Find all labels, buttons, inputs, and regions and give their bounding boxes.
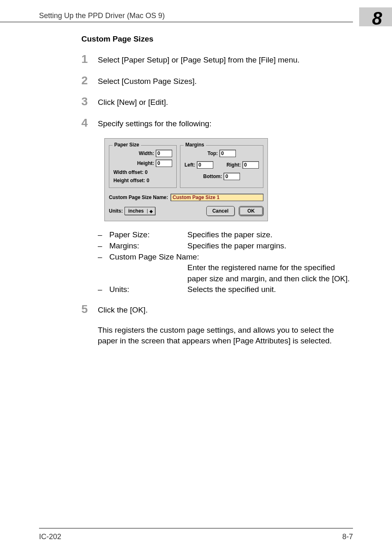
- margin-left-input[interactable]: [197, 161, 213, 169]
- dash-icon: –: [98, 252, 109, 263]
- bullet-list: – Paper Size: Specifies the paper size. …: [98, 229, 355, 295]
- step-5: 5 Click the [OK].: [81, 303, 355, 316]
- bullet-desc: Specifies the paper size.: [187, 229, 355, 241]
- units-label: Units:: [109, 208, 123, 214]
- bullet-continuation: Enter the registered name for the specif…: [187, 262, 355, 284]
- margin-right-input[interactable]: [242, 161, 259, 169]
- margin-right-label: Right:: [226, 162, 241, 168]
- paper-size-fieldset: Paper Size Width: Height: Width offset: …: [109, 145, 177, 188]
- chapter-number: 8: [372, 8, 382, 29]
- bullet-desc: Selects the specified unit.: [187, 284, 355, 295]
- dash-icon: –: [98, 229, 109, 241]
- footer-left: IC-202: [39, 533, 61, 541]
- cancel-button[interactable]: Cancel: [206, 206, 235, 216]
- step-1: 1 Select [Paper Setup] or [Page Setup] f…: [81, 53, 355, 66]
- page-header: Setting Up the PPD Driver (Mac OS 9): [0, 0, 353, 22]
- chevron-updown-icon: ◆: [147, 209, 155, 213]
- step-text: Click [New] or [Edit].: [98, 96, 168, 108]
- step-text: Specify settings for the following:: [98, 117, 212, 130]
- closing-paragraph: This registers the custom page settings,…: [98, 325, 355, 347]
- margin-top-label: Top:: [208, 151, 218, 156]
- list-item: – Paper Size: Specifies the paper size.: [98, 229, 355, 241]
- bullet-desc: Specifies the paper margins.: [187, 241, 355, 252]
- step-text: Click the [OK].: [98, 303, 148, 316]
- units-value: inches: [125, 208, 147, 214]
- content: Custom Page Sizes 1 Select [Paper Setup]…: [0, 22, 392, 347]
- list-item: – Custom Page Size Name:: [98, 252, 355, 263]
- dialog-container: Paper Size Width: Height: Width offset: …: [104, 138, 355, 221]
- step-text: Select [Custom Page Sizes].: [98, 75, 197, 87]
- step-number: 2: [81, 75, 98, 87]
- units-select[interactable]: inches ◆: [125, 207, 155, 215]
- step-text: Select [Paper Setup] or [Page Setup] fro…: [98, 53, 300, 66]
- ok-button[interactable]: OK: [239, 206, 263, 216]
- custom-page-dialog: Paper Size Width: Height: Width offset: …: [104, 138, 268, 221]
- dash-icon: –: [98, 284, 109, 295]
- step-number: 3: [81, 96, 98, 108]
- height-offset: Height offset: 0: [113, 178, 172, 183]
- step-4: 4 Specify settings for the following:: [81, 117, 355, 130]
- footer-right: 8-7: [342, 533, 353, 541]
- width-input[interactable]: [156, 150, 172, 157]
- step-number: 4: [81, 117, 98, 130]
- height-label: Height:: [113, 160, 154, 166]
- width-offset: Width offset: 0: [113, 169, 172, 175]
- bullet-label: Custom Page Size Name:: [109, 252, 199, 263]
- margin-left-label: Left:: [184, 162, 195, 168]
- bullet-label: Margins:: [109, 241, 187, 252]
- step-2: 2 Select [Custom Page Sizes].: [81, 75, 355, 87]
- step-3: 3 Click [New] or [Edit].: [81, 96, 355, 108]
- bullet-label: Units:: [109, 284, 187, 295]
- dash-icon: –: [98, 241, 109, 252]
- margin-bottom-input[interactable]: [224, 173, 240, 180]
- header-title: Setting Up the PPD Driver (Mac OS 9): [39, 12, 165, 20]
- custom-name-label: Custom Page Size Name:: [109, 195, 168, 200]
- list-item: – Margins: Specifies the paper margins.: [98, 241, 355, 252]
- margins-legend: Margins: [184, 142, 206, 148]
- custom-name-input[interactable]: [171, 194, 263, 201]
- paper-size-legend: Paper Size: [113, 142, 141, 148]
- height-input[interactable]: [156, 160, 172, 167]
- margin-bottom-label: Bottom:: [203, 174, 222, 179]
- page-footer: IC-202 8-7: [39, 528, 353, 541]
- step-number: 1: [81, 53, 98, 66]
- list-item: – Units: Selects the specified unit.: [98, 284, 355, 295]
- margin-top-input[interactable]: [219, 150, 236, 157]
- bullet-label: Paper Size:: [109, 229, 187, 241]
- step-number: 5: [81, 303, 98, 316]
- margins-fieldset: Margins Top: Left: Right:: [180, 145, 263, 188]
- width-label: Width:: [113, 151, 154, 156]
- section-title: Custom Page Sizes: [81, 35, 355, 44]
